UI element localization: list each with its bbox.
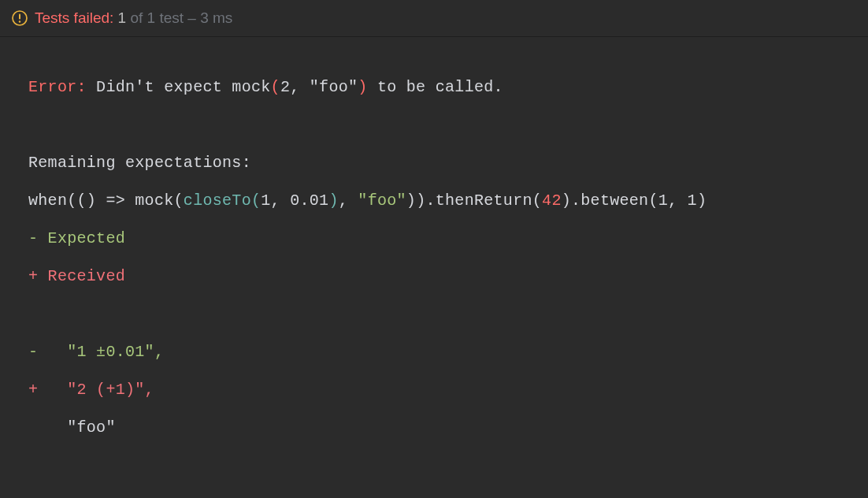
duration-text: 3 ms (200, 9, 232, 26)
remaining-expectations-label: Remaining expectations: (28, 144, 840, 182)
when-prefix: when(() => mock( (28, 191, 184, 210)
blank-line (28, 106, 840, 144)
closeTo-fn: closeTo (184, 191, 251, 210)
between-args: 1, 1 (658, 191, 697, 210)
tests-total-text: of 1 test (126, 9, 184, 26)
comma: , (339, 191, 358, 210)
error-args: 2, "foo" (280, 78, 358, 96)
tests-failed-label: Tests failed: (35, 9, 113, 26)
test-output-panel: Error: Didn't expect mock(2, "foo") to b… (0, 37, 868, 478)
received-label: + Received (28, 258, 840, 295)
then-return-prefix: )).thenReturn( (406, 191, 542, 210)
svg-rect-1 (19, 14, 20, 20)
closeTo-args: 1, 0.01 (261, 191, 328, 210)
paren-open: ( (271, 78, 280, 96)
error-text-2: to be called. (368, 78, 503, 96)
between-prefix: ).between( (562, 191, 658, 210)
error-label: Error: (28, 78, 87, 96)
diff-removed-line: - "1 ±0.01", (28, 333, 840, 371)
between-close: ) (697, 191, 707, 210)
blank-line (28, 295, 840, 333)
diff-unchanged-line: "foo" (28, 409, 840, 447)
svg-point-2 (19, 20, 20, 22)
closeTo-open: ( (251, 191, 261, 210)
separator-dash: – (184, 9, 200, 26)
paren-close: ) (358, 78, 367, 96)
failed-count: 1 (118, 9, 127, 26)
foo-string: "foo" (358, 191, 406, 210)
closeTo-close: ) (328, 191, 338, 210)
return-value: 42 (542, 191, 562, 210)
warning-icon (11, 9, 28, 27)
expected-label: - Expected (28, 220, 840, 258)
expectation-line: when(() => mock(closeTo(1, 0.01), "foo")… (28, 182, 840, 220)
error-text-1: Didn't expect mock (87, 78, 271, 96)
test-result-header: Tests failed: 1 of 1 test – 3 ms (0, 0, 868, 37)
diff-added-line: + "2 (+1)", (28, 371, 840, 409)
error-line: Error: Didn't expect mock(2, "foo") to b… (28, 69, 840, 106)
